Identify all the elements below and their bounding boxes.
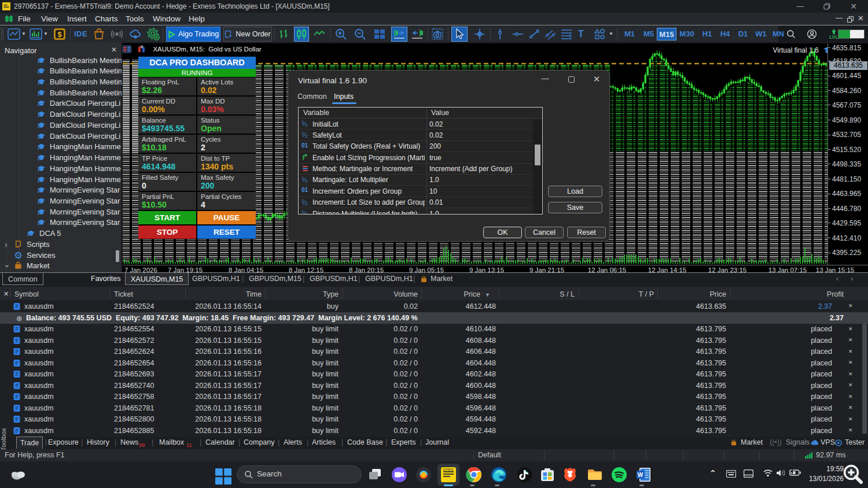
svg-text:$: $ — [57, 30, 62, 39]
svg-text:EXNESS: EXNESS — [443, 468, 454, 471]
svg-text:W: W — [638, 472, 643, 478]
svg-text:LVL: LVL — [829, 34, 838, 40]
